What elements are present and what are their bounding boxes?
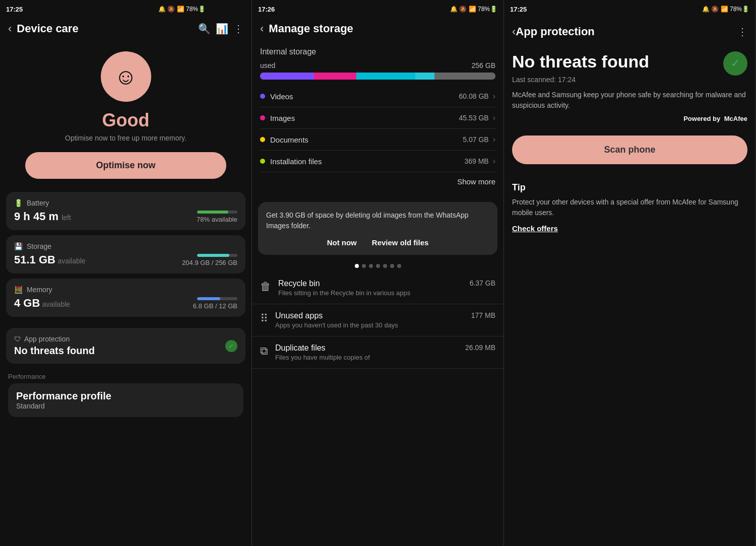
app-protection-card[interactable]: 🛡 App protection No threats found ✓ xyxy=(6,328,245,364)
protection-left: 🛡 App protection No threats found xyxy=(14,335,95,357)
unused-apps-icon: ⠿ xyxy=(260,312,268,325)
battery-card: 🔋 Battery 9 h 45 m left 78% available xyxy=(6,192,245,230)
dot-7 xyxy=(397,264,401,268)
dot-6 xyxy=(390,264,394,268)
file-item-install[interactable]: Installation files 369 MB › xyxy=(260,151,495,172)
storage-icon: 💾 xyxy=(14,242,23,250)
memory-right: 6.8 GB / 12 GB xyxy=(193,297,237,310)
review-files-button[interactable]: Review old files xyxy=(372,238,429,247)
status-bar-1: 17:25 🔔 🔕 📶 78%🔋 xyxy=(0,0,212,18)
time-2: 17:26 xyxy=(258,6,275,13)
file-size-install: 369 MB xyxy=(464,157,488,165)
unused-apps-name: Unused apps xyxy=(275,311,464,320)
recycle-bin-name: Recycle bin xyxy=(278,279,463,288)
battery-icon: 🔋 xyxy=(14,199,23,207)
optimise-button[interactable]: Optimise now xyxy=(25,152,226,179)
status-icons-2: 🔔 🔕 📶 78%🔋 xyxy=(450,6,497,13)
tip-body-3: Protect your other devices with a specia… xyxy=(512,197,747,218)
memory-value: 4 GB xyxy=(14,297,40,309)
no-threats-row: No threats found ✓ xyxy=(512,51,747,76)
duplicate-files-size: 26.09 MB xyxy=(465,344,495,352)
protection-value: No threats found xyxy=(14,345,95,357)
file-size-videos: 60.08 GB xyxy=(459,92,489,100)
not-now-button[interactable]: Not now xyxy=(327,238,357,247)
avatar: ☺ xyxy=(101,51,151,102)
storage-label: Storage xyxy=(27,242,51,250)
performance-title: Performance profile xyxy=(16,390,235,402)
duplicate-files-icon: ⧉ xyxy=(260,345,268,358)
scan-phone-button[interactable]: Scan phone xyxy=(512,135,747,164)
file-item-docs[interactable]: Documents 5.07 GB › xyxy=(260,129,495,151)
storage-fill xyxy=(197,254,229,257)
back-arrow-2[interactable]: ‹ xyxy=(260,22,264,35)
stats-container: 🔋 Battery 9 h 45 m left 78% available xyxy=(0,184,251,328)
file-item-images[interactable]: Images 45.53 GB › xyxy=(260,107,495,129)
dot-3 xyxy=(369,264,373,268)
storage-card: 💾 Storage 51.1 GB available 204.9 GB / 2… xyxy=(6,235,245,274)
storage-right: 204.9 GB / 256 GB xyxy=(182,254,237,266)
tip-title-3: Tip xyxy=(512,182,747,193)
unused-apps-info: Unused apps Apps you haven't used in the… xyxy=(275,311,464,329)
memory-fill xyxy=(197,297,220,300)
file-left-install: Installation files xyxy=(260,157,322,166)
recycle-bin-size: 6.37 GB xyxy=(470,279,495,287)
memory-progress-bar xyxy=(197,297,237,300)
last-scanned-text: Last scanned: 17:24 xyxy=(512,76,747,84)
panel-manage-storage: 17:26 🔔 🔕 📶 78%🔋 ‹ Manage storage Intern… xyxy=(252,0,504,546)
back-arrow-1[interactable]: ‹ xyxy=(8,22,12,35)
file-size-images: 45.53 GB xyxy=(459,114,489,122)
avatar-emoji: ☺ xyxy=(114,64,137,89)
duplicate-files-item[interactable]: ⧉ Duplicate files Files you have multipl… xyxy=(252,336,503,369)
dot-2 xyxy=(362,264,366,268)
check-offers-link[interactable]: Check offers xyxy=(512,224,558,233)
memory-value-group: 4 GB available xyxy=(14,297,70,310)
battery-progress-bar xyxy=(197,211,237,214)
powered-by-text: Powered by McAfee xyxy=(512,115,747,122)
chevron-images: › xyxy=(493,113,495,122)
dot-install xyxy=(260,159,265,164)
battery-header: 🔋 Battery xyxy=(14,199,237,207)
memory-label: Memory xyxy=(27,286,52,294)
mcafee-brand: McAfee xyxy=(724,115,747,122)
dot-videos xyxy=(260,94,265,99)
recycle-bin-item[interactable]: 🗑 Recycle bin Files sitting in the Recyc… xyxy=(252,272,503,304)
show-more-button[interactable]: Show more xyxy=(260,172,495,191)
protection-label: App protection xyxy=(24,335,70,343)
back-arrow-3[interactable]: ‹ xyxy=(512,25,516,38)
used-label: used xyxy=(260,61,275,70)
battery-unit: left xyxy=(61,214,71,222)
time-1: 17:25 xyxy=(6,6,23,13)
seg-install xyxy=(415,73,434,80)
storage-total: 256 GB xyxy=(472,61,495,70)
storage-header: 💾 Storage xyxy=(14,242,237,250)
tip-section-3: Tip Protect your other devices with a sp… xyxy=(504,174,755,241)
status-text: Good xyxy=(102,110,150,131)
protection-header-row: 🛡 App protection xyxy=(14,335,95,343)
recycle-bin-desc: Files sitting in the Recycle bin in vari… xyxy=(278,289,463,297)
status-bar-3: 17:25 🔔 🔕 📶 78%🔋 xyxy=(504,0,755,18)
recycle-bin-icon: 🗑 xyxy=(260,280,271,293)
mcafee-description: McAfee and Samsung keep your phone safe … xyxy=(512,90,747,111)
status-bar-2: 17:26 🔔 🔕 📶 78%🔋 xyxy=(252,0,503,18)
duplicate-files-desc: Files you have multiple copies of xyxy=(275,354,458,361)
search-icon-1[interactable]: 🔍 xyxy=(198,23,211,35)
more-icon-1[interactable]: ⋮ xyxy=(233,23,243,35)
battery-row: 9 h 45 m left 78% available xyxy=(14,210,237,223)
memory-unit: available xyxy=(42,300,70,308)
no-threats-section: No threats found ✓ Last scanned: 17:24 M… xyxy=(504,46,755,174)
file-size-docs: 5.07 GB xyxy=(463,135,488,144)
chevron-docs: › xyxy=(493,135,495,144)
status-icons-3: 🔔 🔕 📶 78%🔋 xyxy=(702,6,749,13)
unused-apps-item[interactable]: ⠿ Unused apps Apps you haven't used in t… xyxy=(252,304,503,336)
chart-icon-1[interactable]: 📊 xyxy=(216,23,228,35)
dot-5 xyxy=(383,264,387,268)
storage-row: 51.1 GB available 204.9 GB / 256 GB xyxy=(14,253,237,266)
page-title-3: App protection xyxy=(516,25,737,38)
more-icon-3[interactable]: ⋮ xyxy=(737,26,747,38)
shield-icon-small: 🛡 xyxy=(14,335,21,343)
file-name-images: Images xyxy=(270,114,295,122)
memory-icon: 🧮 xyxy=(14,286,23,294)
performance-card[interactable]: Performance profile Standard xyxy=(8,383,243,417)
file-item-videos[interactable]: Videos 60.08 GB › xyxy=(260,86,495,107)
file-name-install: Installation files xyxy=(270,157,322,166)
